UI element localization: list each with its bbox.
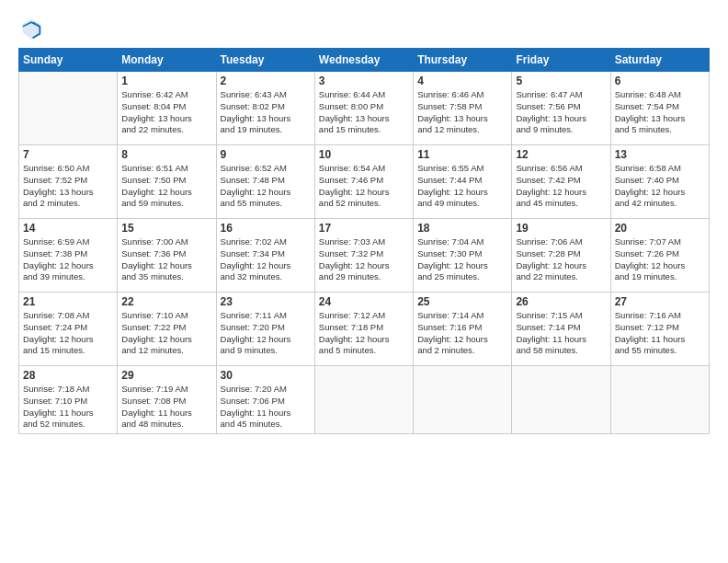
cell-info: Sunrise: 6:46 AM Sunset: 7:58 PM Dayligh… — [417, 89, 507, 136]
header-row: SundayMondayTuesdayWednesdayThursdayFrid… — [19, 49, 710, 72]
cell-5-1: 28Sunrise: 7:18 AM Sunset: 7:10 PM Dayli… — [19, 366, 118, 434]
day-number: 30 — [221, 369, 311, 382]
cell-info: Sunrise: 6:51 AM Sunset: 7:50 PM Dayligh… — [121, 163, 211, 210]
cell-4-1: 21Sunrise: 7:08 AM Sunset: 7:24 PM Dayli… — [19, 293, 118, 366]
cell-info: Sunrise: 7:04 AM Sunset: 7:30 PM Dayligh… — [417, 236, 507, 283]
cell-1-3: 2Sunrise: 6:43 AM Sunset: 8:02 PM Daylig… — [216, 72, 314, 145]
cell-info: Sunrise: 7:08 AM Sunset: 7:24 PM Dayligh… — [23, 310, 113, 357]
col-header-sunday: Sunday — [19, 49, 118, 72]
day-number: 3 — [319, 75, 409, 87]
cell-5-6 — [512, 366, 610, 434]
cell-1-5: 4Sunrise: 6:46 AM Sunset: 7:58 PM Daylig… — [414, 72, 512, 145]
cell-info: Sunrise: 6:55 AM Sunset: 7:44 PM Dayligh… — [417, 163, 507, 210]
cell-info: Sunrise: 6:52 AM Sunset: 7:48 PM Dayligh… — [221, 163, 311, 210]
cell-info: Sunrise: 6:44 AM Sunset: 8:00 PM Dayligh… — [319, 89, 409, 136]
cell-info: Sunrise: 7:15 AM Sunset: 7:14 PM Dayligh… — [516, 310, 606, 357]
day-number: 23 — [221, 295, 311, 308]
day-number: 17 — [319, 222, 409, 235]
day-number: 19 — [516, 222, 606, 235]
cell-5-5 — [414, 366, 512, 434]
cell-2-6: 12Sunrise: 6:56 AM Sunset: 7:42 PM Dayli… — [512, 145, 610, 219]
day-number: 15 — [121, 222, 211, 235]
week-row-2: 7Sunrise: 6:50 AM Sunset: 7:52 PM Daylig… — [19, 145, 710, 219]
calendar-header: SundayMondayTuesdayWednesdayThursdayFrid… — [19, 49, 710, 72]
cell-info: Sunrise: 6:48 AM Sunset: 7:54 PM Dayligh… — [615, 89, 705, 136]
day-number: 29 — [121, 369, 211, 382]
cell-info: Sunrise: 6:56 AM Sunset: 7:42 PM Dayligh… — [516, 163, 606, 210]
week-row-3: 14Sunrise: 6:59 AM Sunset: 7:38 PM Dayli… — [19, 219, 710, 293]
col-header-saturday: Saturday — [610, 49, 709, 72]
cell-2-1: 7Sunrise: 6:50 AM Sunset: 7:52 PM Daylig… — [19, 145, 118, 219]
cell-info: Sunrise: 7:10 AM Sunset: 7:22 PM Dayligh… — [121, 310, 211, 357]
cell-info: Sunrise: 7:02 AM Sunset: 7:34 PM Dayligh… — [221, 236, 311, 283]
cell-3-3: 16Sunrise: 7:02 AM Sunset: 7:34 PM Dayli… — [216, 219, 314, 293]
week-row-4: 21Sunrise: 7:08 AM Sunset: 7:24 PM Dayli… — [19, 293, 710, 366]
cell-4-7: 27Sunrise: 7:16 AM Sunset: 7:12 PM Dayli… — [610, 293, 709, 366]
header — [18, 17, 710, 42]
calendar-body: 1Sunrise: 6:42 AM Sunset: 8:04 PM Daylig… — [19, 72, 710, 434]
cell-2-7: 13Sunrise: 6:58 AM Sunset: 7:40 PM Dayli… — [610, 145, 709, 219]
cell-1-1 — [19, 72, 118, 145]
cell-info: Sunrise: 7:16 AM Sunset: 7:12 PM Dayligh… — [615, 310, 705, 357]
cell-5-4 — [314, 366, 413, 434]
cell-4-3: 23Sunrise: 7:11 AM Sunset: 7:20 PM Dayli… — [216, 293, 314, 366]
day-number: 28 — [23, 369, 113, 382]
col-header-friday: Friday — [512, 49, 610, 72]
day-number: 1 — [121, 75, 211, 87]
cell-3-5: 18Sunrise: 7:04 AM Sunset: 7:30 PM Dayli… — [414, 219, 512, 293]
day-number: 20 — [615, 222, 705, 235]
cell-info: Sunrise: 6:43 AM Sunset: 8:02 PM Dayligh… — [221, 89, 311, 136]
cell-info: Sunrise: 6:58 AM Sunset: 7:40 PM Dayligh… — [615, 163, 705, 210]
day-number: 26 — [516, 295, 606, 308]
day-number: 22 — [121, 295, 211, 308]
cell-info: Sunrise: 7:20 AM Sunset: 7:06 PM Dayligh… — [221, 384, 311, 431]
cell-1-6: 5Sunrise: 6:47 AM Sunset: 7:56 PM Daylig… — [512, 72, 610, 145]
col-header-wednesday: Wednesday — [314, 49, 413, 72]
logo — [18, 17, 48, 42]
day-number: 13 — [615, 148, 705, 161]
cell-3-4: 17Sunrise: 7:03 AM Sunset: 7:32 PM Dayli… — [314, 219, 413, 293]
day-number: 21 — [23, 295, 113, 308]
week-row-1: 1Sunrise: 6:42 AM Sunset: 8:04 PM Daylig… — [19, 72, 710, 145]
day-number: 14 — [23, 222, 113, 235]
logo-icon — [18, 17, 44, 42]
cell-info: Sunrise: 7:14 AM Sunset: 7:16 PM Dayligh… — [417, 310, 507, 357]
calendar: SundayMondayTuesdayWednesdayThursdayFrid… — [18, 48, 710, 434]
cell-info: Sunrise: 7:00 AM Sunset: 7:36 PM Dayligh… — [121, 236, 211, 283]
col-header-monday: Monday — [118, 49, 216, 72]
day-number: 27 — [615, 295, 705, 308]
col-header-tuesday: Tuesday — [216, 49, 314, 72]
day-number: 2 — [221, 75, 311, 87]
page: SundayMondayTuesdayWednesdayThursdayFrid… — [0, 0, 728, 563]
cell-info: Sunrise: 6:54 AM Sunset: 7:46 PM Dayligh… — [319, 163, 409, 210]
cell-4-6: 26Sunrise: 7:15 AM Sunset: 7:14 PM Dayli… — [512, 293, 610, 366]
cell-4-5: 25Sunrise: 7:14 AM Sunset: 7:16 PM Dayli… — [414, 293, 512, 366]
day-number: 8 — [121, 148, 211, 161]
cell-1-2: 1Sunrise: 6:42 AM Sunset: 8:04 PM Daylig… — [118, 72, 216, 145]
cell-info: Sunrise: 6:59 AM Sunset: 7:38 PM Dayligh… — [23, 236, 113, 283]
week-row-5: 28Sunrise: 7:18 AM Sunset: 7:10 PM Dayli… — [19, 366, 710, 434]
cell-info: Sunrise: 7:12 AM Sunset: 7:18 PM Dayligh… — [319, 310, 409, 357]
cell-3-1: 14Sunrise: 6:59 AM Sunset: 7:38 PM Dayli… — [19, 219, 118, 293]
cell-info: Sunrise: 6:50 AM Sunset: 7:52 PM Dayligh… — [23, 163, 113, 210]
day-number: 25 — [417, 295, 507, 308]
cell-1-7: 6Sunrise: 6:48 AM Sunset: 7:54 PM Daylig… — [610, 72, 709, 145]
day-number: 18 — [417, 222, 507, 235]
cell-info: Sunrise: 7:18 AM Sunset: 7:10 PM Dayligh… — [23, 384, 113, 431]
day-number: 6 — [615, 75, 705, 87]
cell-4-4: 24Sunrise: 7:12 AM Sunset: 7:18 PM Dayli… — [314, 293, 413, 366]
day-number: 5 — [516, 75, 606, 87]
cell-info: Sunrise: 7:06 AM Sunset: 7:28 PM Dayligh… — [516, 236, 606, 283]
day-number: 7 — [23, 148, 113, 161]
cell-5-7 — [610, 366, 709, 434]
cell-5-3: 30Sunrise: 7:20 AM Sunset: 7:06 PM Dayli… — [216, 366, 314, 434]
cell-info: Sunrise: 7:03 AM Sunset: 7:32 PM Dayligh… — [319, 236, 409, 283]
cell-info: Sunrise: 6:47 AM Sunset: 7:56 PM Dayligh… — [516, 89, 606, 136]
cell-info: Sunrise: 7:19 AM Sunset: 7:08 PM Dayligh… — [121, 384, 211, 431]
cell-1-4: 3Sunrise: 6:44 AM Sunset: 8:00 PM Daylig… — [314, 72, 413, 145]
cell-2-3: 9Sunrise: 6:52 AM Sunset: 7:48 PM Daylig… — [216, 145, 314, 219]
cell-4-2: 22Sunrise: 7:10 AM Sunset: 7:22 PM Dayli… — [118, 293, 216, 366]
cell-2-5: 11Sunrise: 6:55 AM Sunset: 7:44 PM Dayli… — [414, 145, 512, 219]
col-header-thursday: Thursday — [414, 49, 512, 72]
cell-5-2: 29Sunrise: 7:19 AM Sunset: 7:08 PM Dayli… — [118, 366, 216, 434]
